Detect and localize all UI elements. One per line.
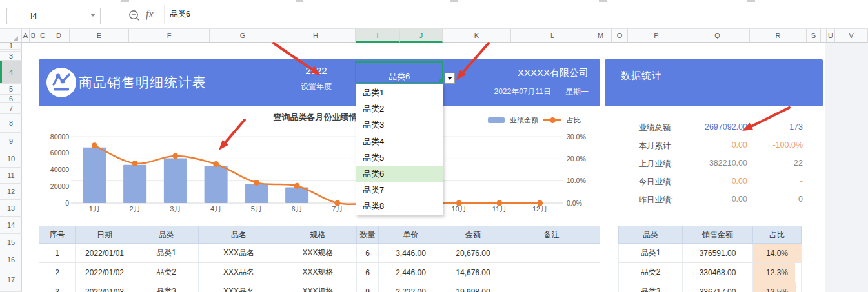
table-cell[interactable]: 品类2 xyxy=(618,263,683,282)
column-header-O[interactable]: O xyxy=(612,29,628,42)
category-dropdown-button[interactable] xyxy=(445,73,455,84)
svg-text:0: 0 xyxy=(65,199,69,207)
dropdown-option-品类7[interactable]: 品类7 xyxy=(356,182,443,198)
column-header-F[interactable]: F xyxy=(129,29,210,42)
table-cell[interactable]: 14,676.00 xyxy=(443,263,503,282)
svg-text:60000: 60000 xyxy=(50,149,69,157)
dropdown-option-品类8[interactable]: 品类8 xyxy=(356,198,443,214)
dropdown-option-品类2[interactable]: 品类2 xyxy=(356,101,443,117)
line-dot-10月 xyxy=(456,200,462,206)
column-header-V[interactable]: V xyxy=(835,29,868,42)
chart-legend: 业绩金额 占比 xyxy=(488,115,581,125)
fx-icon[interactable]: fx xyxy=(146,8,154,20)
column-header-M[interactable]: M xyxy=(594,29,607,42)
column-header-S[interactable]: S xyxy=(807,29,821,42)
row-header-7[interactable]: 7 xyxy=(0,103,22,114)
table-cell[interactable]: 品类3 xyxy=(134,282,199,292)
table-cell[interactable]: 品类3 xyxy=(618,282,683,292)
stat-extra: 173 xyxy=(749,122,803,131)
column-header-G[interactable]: G xyxy=(210,29,276,42)
table-cell[interactable]: 2022/01/02 xyxy=(76,263,134,282)
column-header-L[interactable]: L xyxy=(511,29,594,42)
table-cell[interactable]: 品类1 xyxy=(134,244,199,263)
column-header-N[interactable] xyxy=(607,29,612,42)
dropdown-option-品类3[interactable]: 品类3 xyxy=(356,117,443,133)
table-cell[interactable]: 6 xyxy=(357,244,379,263)
row-header-16[interactable]: 16 xyxy=(0,251,22,268)
row-header-3[interactable]: 3 xyxy=(0,52,22,61)
column-header-K[interactable]: K xyxy=(443,29,511,42)
table-header-row: 序号日期品类品名规格数量单价金额备注 xyxy=(39,226,600,244)
table-cell[interactable]: 3,446.00 xyxy=(379,244,443,263)
zoom-search-icon[interactable] xyxy=(128,10,140,21)
year-cell[interactable]: 2022 xyxy=(278,65,355,76)
table-cell[interactable] xyxy=(503,282,600,292)
table-cell[interactable]: XXX品名 xyxy=(199,244,279,263)
table-cell[interactable]: 20,676.00 xyxy=(443,244,503,263)
table-cell[interactable]: 1 xyxy=(39,244,76,263)
table-cell[interactable]: 2,222.00 xyxy=(379,282,443,292)
row-header-6[interactable]: 6 xyxy=(0,95,22,103)
table-cell[interactable]: 376591.00 xyxy=(683,244,753,263)
table-cell[interactable]: 9 xyxy=(357,282,379,292)
table-cell[interactable] xyxy=(503,263,600,282)
selection-fill-handle[interactable] xyxy=(439,79,443,83)
dropdown-option-品类6[interactable]: 品类6 xyxy=(356,166,443,182)
table-row: 22022/01/02品类2XXX品名XXX规格62,446.0014,676.… xyxy=(39,263,600,282)
column-header-P[interactable]: P xyxy=(628,29,685,42)
column-header-C[interactable]: C xyxy=(37,29,48,42)
column-header-D[interactable]: D xyxy=(48,29,70,42)
table-cell[interactable]: XXX规格 xyxy=(279,244,357,263)
table-cell[interactable]: XXX品名 xyxy=(199,263,279,282)
cell-name-box[interactable]: I4 xyxy=(6,8,101,24)
table-cell[interactable]: XXX品名 xyxy=(199,282,279,292)
table-cell[interactable]: 330468.00 xyxy=(683,263,753,282)
svg-text:2月: 2月 xyxy=(130,205,141,213)
table-cell[interactable]: 3 xyxy=(39,282,76,292)
column-header-U[interactable]: U xyxy=(827,29,835,42)
dropdown-option-品类5[interactable]: 品类5 xyxy=(356,150,443,166)
column-header-R[interactable]: R xyxy=(750,29,807,42)
column-header-A[interactable]: A xyxy=(22,29,30,42)
row-header-14[interactable]: 14 xyxy=(0,217,22,234)
dropdown-option-品类4[interactable]: 品类4 xyxy=(356,133,443,150)
column-header-B[interactable]: B xyxy=(30,29,37,42)
pct-value: 12.3% xyxy=(766,268,788,277)
table-cell[interactable]: 12.3% xyxy=(753,263,802,282)
row-header-17[interactable]: 17 xyxy=(0,268,22,292)
table-cell[interactable]: 2022/01/01 xyxy=(76,244,134,263)
dropdown-option-品类1[interactable]: 品类1 xyxy=(356,84,443,101)
row-header-5[interactable]: 5 xyxy=(0,84,22,95)
bar-5月 xyxy=(245,184,268,203)
table-cell[interactable]: 19,998.00 xyxy=(443,282,503,292)
table-row: 品类1376591.0014.0% xyxy=(618,244,802,263)
table-cell[interactable]: 12.5% xyxy=(753,282,802,292)
stat-label: 本月累计: xyxy=(616,141,673,151)
column-header-T[interactable] xyxy=(821,29,827,42)
column-header-E[interactable]: E xyxy=(70,29,129,42)
table-cell[interactable]: 2022/01/03 xyxy=(76,282,134,292)
table-cell[interactable]: XXX规格 xyxy=(279,263,357,282)
column-header-J[interactable]: J xyxy=(400,29,443,43)
table-cell[interactable]: XXX规格 xyxy=(279,282,357,292)
table-cell[interactable]: 2,446.00 xyxy=(379,263,443,282)
column-header-Q[interactable]: Q xyxy=(685,29,750,42)
column-header-H[interactable]: H xyxy=(276,29,356,42)
table-cell[interactable]: 336717.00 xyxy=(683,282,753,292)
toolbar-edge-mark xyxy=(747,0,755,2)
select-all-corner[interactable] xyxy=(0,29,22,43)
table-header-cell: 规格 xyxy=(279,226,357,244)
table-cell[interactable] xyxy=(503,244,600,263)
category-selected-cell[interactable]: 品类6 xyxy=(355,61,443,83)
formula-input[interactable]: 品类6 xyxy=(170,9,190,20)
row-header-15[interactable]: 15 xyxy=(0,234,22,251)
table-cell[interactable]: 14.0% xyxy=(753,244,802,263)
row-header-4[interactable]: 4 xyxy=(0,61,22,84)
table-cell[interactable]: 品类2 xyxy=(134,263,199,282)
table-cell[interactable]: 6 xyxy=(357,263,379,282)
table-cell[interactable]: 品类1 xyxy=(618,244,683,263)
table-cell[interactable]: 2 xyxy=(39,263,76,282)
row-header-1[interactable]: 1 xyxy=(0,43,22,50)
column-header-I[interactable]: I xyxy=(356,29,400,43)
chevron-down-icon[interactable] xyxy=(90,14,96,17)
